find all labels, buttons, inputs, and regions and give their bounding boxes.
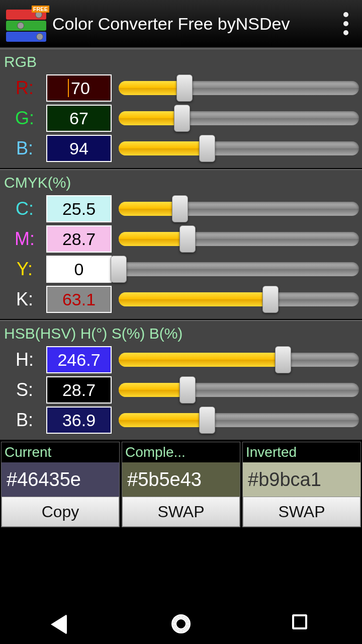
overflow-menu-icon[interactable] (340, 12, 352, 35)
cmyk-row-c: C: 25.5 (3, 194, 359, 223)
app-title: Color Converter Free byNSDev (52, 14, 340, 34)
channel-label-s: S: (3, 379, 46, 400)
channel-label-v: B: (3, 410, 46, 431)
swatch-inverted-label: Inverted (243, 442, 360, 462)
value-input-y[interactable]: 0 (46, 256, 112, 283)
swatch-complementary: Comple... #5b5e43 SWAP (122, 442, 240, 527)
recents-icon[interactable] (292, 614, 311, 633)
value-input-g[interactable]: 67 (46, 105, 112, 132)
channel-label-y: Y: (3, 259, 46, 280)
channel-label-g: G: (3, 108, 46, 129)
hsb-row-h: H: 246.7 (3, 345, 359, 374)
channel-label-r: R: (3, 77, 46, 99)
slider-y[interactable] (119, 259, 359, 279)
value-input-h[interactable]: 246.7 (46, 346, 112, 373)
channel-label-b: B: (3, 138, 46, 159)
swatch-current-label: Current (2, 442, 119, 462)
copy-button[interactable]: Copy (2, 497, 119, 527)
value-input-c[interactable]: 25.5 (46, 195, 112, 222)
channel-label-k: K: (3, 289, 46, 310)
slider-k[interactable] (119, 289, 359, 309)
slider-b[interactable] (119, 138, 359, 158)
app-icon: FREE (6, 6, 46, 42)
swatch-inverted-box[interactable]: #b9bca1 (243, 462, 360, 497)
channel-label-h: H: (3, 349, 46, 370)
value-input-s[interactable]: 28.7 (46, 376, 112, 404)
slider-s[interactable] (119, 380, 359, 400)
rgb-label: RGB (4, 53, 359, 70)
slider-c[interactable] (119, 199, 359, 219)
value-input-b[interactable]: 94 (46, 135, 112, 162)
rgb-row-g: G: 67 (3, 104, 359, 133)
channel-label-c: C: (3, 198, 46, 219)
home-icon[interactable] (171, 614, 191, 633)
slider-m[interactable] (119, 229, 359, 249)
app-header: FREE Color Converter Free byNSDev (0, 0, 362, 48)
slider-g[interactable] (119, 108, 359, 128)
value-input-v[interactable]: 36.9 (46, 407, 112, 434)
android-navbar (0, 604, 362, 644)
value-input-r[interactable]: 70 (46, 74, 112, 102)
swap-button-comple[interactable]: SWAP (122, 497, 240, 527)
swatches-row: Current #46435e Copy Comple... #5b5e43 S… (0, 441, 362, 528)
value-input-m[interactable]: 28.7 (46, 225, 112, 253)
hsb-label: HSB(HSV) H(°) S(%) B(%) (4, 325, 359, 342)
slider-r[interactable] (119, 78, 359, 98)
channel-label-m: M: (3, 228, 46, 250)
rgb-panel: RGB R: 70 G: 67 B: 94 (0, 48, 362, 169)
value-input-k[interactable]: 63.1 (46, 286, 112, 313)
cmyk-label: CMYK(%) (4, 174, 359, 191)
hsb-panel: HSB(HSV) H(°) S(%) B(%) H: 246.7 S: 28.7… (0, 320, 362, 441)
cmyk-row-k: K: 63.1 (3, 285, 359, 314)
swatch-current: Current #46435e Copy (1, 442, 120, 527)
swatch-inverted: Inverted #b9bca1 SWAP (242, 442, 361, 527)
free-badge: FREE (32, 6, 49, 13)
back-icon[interactable] (51, 614, 70, 633)
swatch-current-box[interactable]: #46435e (2, 462, 119, 497)
hsb-row-s: S: 28.7 (3, 375, 359, 405)
cmyk-row-y: Y: 0 (3, 255, 359, 284)
rgb-row-b: B: 94 (3, 134, 359, 163)
cmyk-row-m: M: 28.7 (3, 224, 359, 254)
slider-v[interactable] (119, 410, 359, 430)
cmyk-panel: CMYK(%) C: 25.5 M: 28.7 Y: 0 K: 63.1 (0, 169, 362, 320)
swatch-comple-label: Comple... (122, 442, 240, 462)
slider-h[interactable] (119, 350, 359, 370)
rgb-row-r: R: 70 (3, 73, 359, 103)
hsb-row-v: B: 36.9 (3, 406, 359, 435)
swatch-comple-box[interactable]: #5b5e43 (122, 462, 240, 497)
swap-button-inverted[interactable]: SWAP (243, 497, 360, 527)
